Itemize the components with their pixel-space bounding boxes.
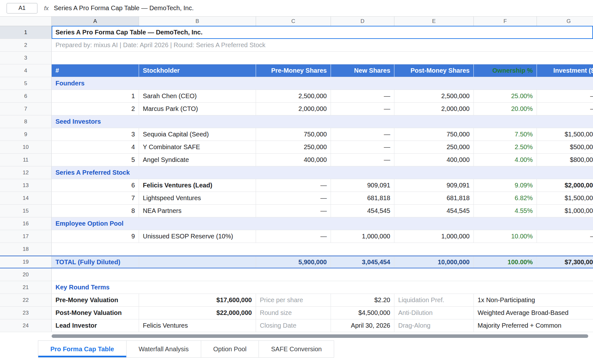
cell-G2[interactable] [537, 39, 593, 51]
cell-B13[interactable]: Felicis Ventures (Lead) [139, 179, 256, 192]
cell-D13[interactable]: 909,091 [331, 179, 394, 192]
cell-G15[interactable]: $1,000,000 [537, 205, 593, 217]
column-header-D[interactable]: D [331, 17, 394, 26]
cell-B19[interactable] [139, 256, 256, 268]
cell-B7[interactable]: Marcus Park (CTO) [139, 103, 256, 115]
cell-B24[interactable]: Felicis Ventures [139, 319, 256, 332]
cell-C15[interactable]: — [256, 205, 331, 217]
row-header-21[interactable]: 21 [0, 281, 52, 294]
cell-E11[interactable]: 400,000 [394, 154, 474, 166]
cell-C4[interactable]: Pre-Money Shares [256, 64, 331, 77]
cell-C14[interactable]: — [256, 192, 331, 204]
cell-A13[interactable]: 6 [52, 179, 139, 192]
cell-D4[interactable]: New Shares [331, 64, 394, 77]
cell-G1[interactable] [537, 26, 593, 39]
cell-E10[interactable]: 250,000 [394, 141, 474, 153]
row-header-16[interactable]: 16 [0, 217, 52, 230]
cell-G21[interactable] [537, 281, 593, 294]
cell-C16[interactable] [256, 217, 331, 230]
cell-E18[interactable] [394, 243, 474, 255]
cell-D12[interactable] [331, 166, 394, 179]
row-header-17[interactable]: 17 [0, 230, 52, 243]
cell-E12[interactable] [394, 166, 474, 179]
cell-F10[interactable]: 2.50% [474, 141, 537, 153]
cell-E14[interactable]: 681,818 [394, 192, 474, 204]
cell-G16[interactable] [537, 217, 593, 230]
cell-D9[interactable]: — [331, 128, 394, 141]
row-header-4[interactable]: 4 [0, 64, 52, 77]
cell-D23[interactable]: $4,500,000 [331, 307, 394, 319]
cell-D15[interactable]: 454,545 [331, 205, 394, 217]
cell-A11[interactable]: 5 [52, 154, 139, 166]
cell-D3[interactable] [331, 52, 394, 64]
cell-F2[interactable] [474, 39, 537, 51]
cell-E23[interactable]: Anti-Dilution [394, 307, 474, 319]
column-header-F[interactable]: F [474, 17, 537, 26]
cell-E13[interactable]: 909,091 [394, 179, 474, 192]
horizontal-scrollbar-thumb[interactable] [52, 334, 588, 338]
row-header-11[interactable]: 11 [0, 154, 52, 166]
cell-A9[interactable]: 3 [52, 128, 139, 141]
cell-B15[interactable]: NEA Partners [139, 205, 256, 217]
cell-C11[interactable]: 400,000 [256, 154, 331, 166]
cell-B23[interactable]: $22,000,000 [139, 307, 256, 319]
cell-B18[interactable] [139, 243, 256, 255]
cell-B9[interactable]: Sequoia Capital (Seed) [139, 128, 256, 141]
cell-F20[interactable] [474, 268, 537, 281]
cell-E3[interactable] [394, 52, 474, 64]
row-header-14[interactable]: 14 [0, 192, 52, 204]
cell-A23[interactable]: Post-Money Valuation [52, 307, 139, 319]
cell-G4[interactable]: Investment ($) [537, 64, 593, 77]
cell-E6[interactable]: 2,500,000 [394, 90, 474, 102]
cell-B20[interactable] [139, 268, 256, 281]
cell-F22[interactable]: 1x Non-Participating [474, 294, 537, 306]
cell-E2[interactable] [394, 39, 474, 51]
row-header-20[interactable]: 20 [0, 268, 52, 281]
row-header-9[interactable]: 9 [0, 128, 52, 141]
cell-B21[interactable] [139, 281, 256, 294]
cell-F23[interactable]: Weighted Average Broad-Based [474, 307, 537, 319]
column-header-C[interactable]: C [256, 17, 331, 26]
cell-C1[interactable] [256, 26, 331, 39]
row-header-13[interactable]: 13 [0, 179, 52, 192]
column-header-E[interactable]: E [394, 17, 474, 26]
cell-F13[interactable]: 9.09% [474, 179, 537, 192]
cell-B8[interactable] [139, 115, 256, 128]
cell-A6[interactable]: 1 [52, 90, 139, 102]
cell-E5[interactable] [394, 77, 474, 90]
cell-C10[interactable]: 250,000 [256, 141, 331, 153]
cell-B10[interactable]: Y Combinator SAFE [139, 141, 256, 153]
cell-G3[interactable] [537, 52, 593, 64]
cell-A24[interactable]: Lead Investor [52, 319, 139, 332]
cell-F4[interactable]: Ownership % [474, 64, 537, 77]
cell-A2[interactable]: Prepared by: mixus AI | Date: April 2026… [52, 39, 139, 51]
cell-C3[interactable] [256, 52, 331, 64]
cell-A12[interactable]: Series A Preferred Stock [52, 166, 139, 179]
cell-E19[interactable]: 10,000,000 [394, 256, 474, 268]
cell-E1[interactable] [394, 26, 474, 39]
row-header-15[interactable]: 15 [0, 205, 52, 217]
cell-B4[interactable]: Stockholder [139, 64, 256, 77]
cell-B11[interactable]: Angel Syndicate [139, 154, 256, 166]
cell-D21[interactable] [331, 281, 394, 294]
cell-G8[interactable] [537, 115, 593, 128]
cell-D17[interactable]: 1,000,000 [331, 230, 394, 243]
cell-E16[interactable] [394, 217, 474, 230]
cell-F9[interactable]: 7.50% [474, 128, 537, 141]
row-header-6[interactable]: 6 [0, 90, 52, 102]
row-header-10[interactable]: 10 [0, 141, 52, 153]
cell-D10[interactable]: — [331, 141, 394, 153]
cell-A4[interactable]: # [52, 64, 139, 77]
column-header-B[interactable]: B [139, 17, 256, 26]
cell-F17[interactable]: 10.00% [474, 230, 537, 243]
cell-C6[interactable]: 2,500,000 [256, 90, 331, 102]
cell-E22[interactable]: Liquidation Pref. [394, 294, 474, 306]
cell-E17[interactable]: 1,000,000 [394, 230, 474, 243]
row-header-18[interactable]: 18 [0, 243, 52, 255]
cell-D6[interactable]: — [331, 90, 394, 102]
cell-F16[interactable] [474, 217, 537, 230]
cell-F19[interactable]: 100.00% [474, 256, 537, 268]
sheet-tab-pro-forma-cap-table[interactable]: Pro Forma Cap Table [38, 340, 127, 358]
cell-E24[interactable]: Drag-Along [394, 319, 474, 332]
row-header-1[interactable]: 1 [0, 26, 52, 39]
